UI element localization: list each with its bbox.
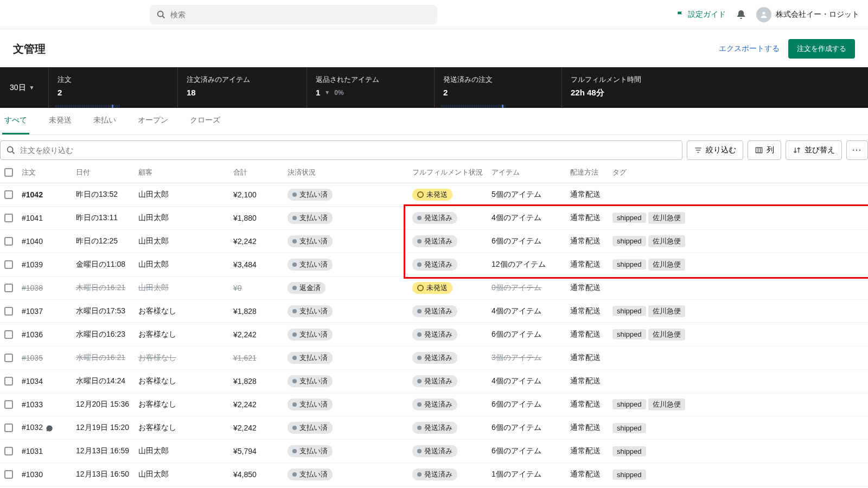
narrow-button[interactable]: 絞り込む xyxy=(687,140,743,160)
customer-name[interactable]: お客様なし xyxy=(138,376,176,385)
row-checkbox[interactable] xyxy=(4,377,13,386)
customer-name[interactable]: お客様なし xyxy=(138,423,176,432)
table-row[interactable]: #1033 12月20日 15:36 お客様なし ¥2,242 支払い済 発送済… xyxy=(0,393,868,416)
stat-fulfillment-time[interactable]: フルフィルメント時間 22h 48分 xyxy=(562,67,868,108)
table-row[interactable]: #1039 金曜日の11:08 山田太郎 ¥3,484 支払い済 発送済み 12… xyxy=(0,253,868,277)
table-row[interactable]: #1041 昨日の13:11 山田太郎 ¥1,880 支払い済 発送済み 4個の… xyxy=(0,207,868,230)
filter-input[interactable] xyxy=(20,146,676,155)
sort-button[interactable]: 並び替え xyxy=(786,140,842,160)
order-id[interactable]: #1038 xyxy=(22,284,43,292)
row-checkbox[interactable] xyxy=(4,330,13,339)
customer-name[interactable]: 山田太郎 xyxy=(138,190,169,198)
customer-name[interactable]: 山田太郎 xyxy=(138,260,169,268)
table-row[interactable]: #1034 水曜日の14:24 お客様なし ¥1,828 支払い済 発送済み 4… xyxy=(0,370,868,393)
create-order-button[interactable]: 注文を作成する xyxy=(788,39,855,59)
stat-returned[interactable]: 返品されたアイテム 1 ▼ 0% xyxy=(307,67,435,108)
payment-badge: 支払い済 xyxy=(288,212,333,224)
col-items[interactable]: アイテム xyxy=(487,162,566,183)
col-customer[interactable]: 顧客 xyxy=(134,162,229,183)
tags-cell: shipped佐川急便 xyxy=(608,300,868,323)
order-total: ¥1,621 xyxy=(233,354,257,362)
col-payment[interactable]: 決済状況 xyxy=(283,162,408,183)
stat-ordered-items[interactable]: 注文済みのアイテム 18 xyxy=(178,67,307,108)
order-id[interactable]: #1034 xyxy=(22,377,43,386)
delivery-method: 通常配送 xyxy=(570,446,601,455)
global-search[interactable] xyxy=(150,5,437,24)
row-checkbox[interactable] xyxy=(4,470,13,479)
customer-name[interactable]: お客様なし xyxy=(138,306,176,315)
stat-shipped[interactable]: 発送済みの注文 2 xyxy=(435,67,562,108)
customer-name[interactable]: お客様なし xyxy=(138,353,176,362)
search-icon xyxy=(6,145,16,155)
order-id[interactable]: #1037 xyxy=(22,307,43,316)
filter-row: 絞り込む 列 並び替え ··· xyxy=(0,135,868,162)
delivery-method: 通常配送 xyxy=(570,400,601,408)
col-date[interactable]: 日付 xyxy=(72,162,134,183)
filter-input-wrap[interactable] xyxy=(0,140,682,160)
order-id[interactable]: #1035 xyxy=(22,354,43,362)
setup-guide-link[interactable]: 設定ガイド xyxy=(676,10,726,20)
customer-name[interactable]: お客様なし xyxy=(138,330,176,338)
svg-rect-3 xyxy=(756,147,762,153)
tab-2[interactable]: 未払い xyxy=(91,108,118,134)
table-row[interactable]: #1030 12月13日 16:50 山田太郎 ¥4,850 支払い済 発送済み… xyxy=(0,463,868,486)
row-checkbox[interactable] xyxy=(4,447,13,455)
tab-3[interactable]: オープン xyxy=(136,108,170,134)
select-all-checkbox[interactable] xyxy=(4,168,13,177)
col-total[interactable]: 合計 xyxy=(229,162,283,183)
table-row[interactable]: #1032 12月19日 15:20 お客様なし ¥2,242 支払い済 発送済… xyxy=(0,416,868,440)
customer-name[interactable]: 山田太郎 xyxy=(138,470,169,478)
col-fulfillment[interactable]: フルフィルメント状況 xyxy=(408,162,487,183)
stat-orders[interactable]: 注文 2 xyxy=(49,67,178,108)
row-checkbox[interactable] xyxy=(4,237,13,246)
bell-icon[interactable] xyxy=(736,9,746,20)
customer-name[interactable]: 山田太郎 xyxy=(138,283,169,292)
fulfillment-badge: 発送済み xyxy=(412,352,457,364)
row-checkbox[interactable] xyxy=(4,260,13,269)
order-id[interactable]: #1033 xyxy=(22,400,43,409)
row-checkbox[interactable] xyxy=(4,284,13,292)
row-checkbox[interactable] xyxy=(4,214,13,222)
order-id[interactable]: #1039 xyxy=(22,260,43,269)
period-selector[interactable]: 30日▼ xyxy=(0,67,49,108)
col-delivery[interactable]: 配達方法 xyxy=(566,162,608,183)
order-id[interactable]: #1042 xyxy=(22,190,43,199)
table-row[interactable]: #1031 12月13日 16:59 山田太郎 ¥5,794 支払い済 発送済み… xyxy=(0,440,868,463)
flag-icon xyxy=(676,10,685,19)
table-row[interactable]: #1037 水曜日の17:53 お客様なし ¥1,828 支払い済 発送済み 4… xyxy=(0,300,868,323)
order-id[interactable]: #1031 xyxy=(22,447,43,455)
table-row[interactable]: #1038 木曜日の16:21 山田太郎 ¥0 返金済 未発送 0個のアイテム … xyxy=(0,277,868,300)
tab-4[interactable]: クローズ xyxy=(188,108,222,134)
tab-1[interactable]: 未発送 xyxy=(47,108,74,134)
search-input[interactable] xyxy=(170,10,431,19)
export-button[interactable]: エクスポートする xyxy=(719,44,780,54)
order-id[interactable]: #1036 xyxy=(22,330,43,339)
row-checkbox[interactable] xyxy=(4,423,13,432)
customer-name[interactable]: 山田太郎 xyxy=(138,236,169,245)
order-date: 12月13日 16:59 xyxy=(76,446,129,455)
row-checkbox[interactable] xyxy=(4,354,13,362)
table-row[interactable]: #1040 昨日の12:25 山田太郎 ¥2,242 支払い済 発送済み 6個の… xyxy=(0,230,868,253)
tab-0[interactable]: すべて xyxy=(2,108,29,134)
order-date: 金曜日の11:08 xyxy=(76,260,125,268)
row-checkbox[interactable] xyxy=(4,400,13,409)
more-button[interactable]: ··· xyxy=(846,140,868,160)
tags-cell: shipped佐川急便 xyxy=(608,230,868,253)
col-order[interactable]: 注文 xyxy=(17,162,72,183)
order-id[interactable]: #1032 xyxy=(22,423,43,432)
table-row[interactable]: #1036 水曜日の16:23 お客様なし ¥2,242 支払い済 発送済み 6… xyxy=(0,323,868,346)
row-checkbox[interactable] xyxy=(4,307,13,316)
customer-name[interactable]: お客様なし xyxy=(138,400,176,408)
table-row[interactable]: #1042 昨日の13:52 山田太郎 ¥2,100 支払い済 未発送 5個のア… xyxy=(0,183,868,207)
account-menu[interactable]: 株式会社イー・ロジット xyxy=(756,7,859,22)
order-id[interactable]: #1041 xyxy=(22,214,43,222)
col-tags[interactable]: タグ xyxy=(608,162,868,183)
row-checkbox[interactable] xyxy=(4,190,13,199)
columns-button[interactable]: 列 xyxy=(748,140,781,160)
order-id[interactable]: #1030 xyxy=(22,470,43,479)
customer-name[interactable]: 山田太郎 xyxy=(138,213,169,222)
table-row[interactable]: #1035 水曜日の16:21 お客様なし ¥1,621 支払い済 発送済み 3… xyxy=(0,346,868,370)
customer-name[interactable]: 山田太郎 xyxy=(138,446,169,455)
order-total: ¥2,242 xyxy=(233,423,257,432)
order-id[interactable]: #1040 xyxy=(22,237,43,246)
